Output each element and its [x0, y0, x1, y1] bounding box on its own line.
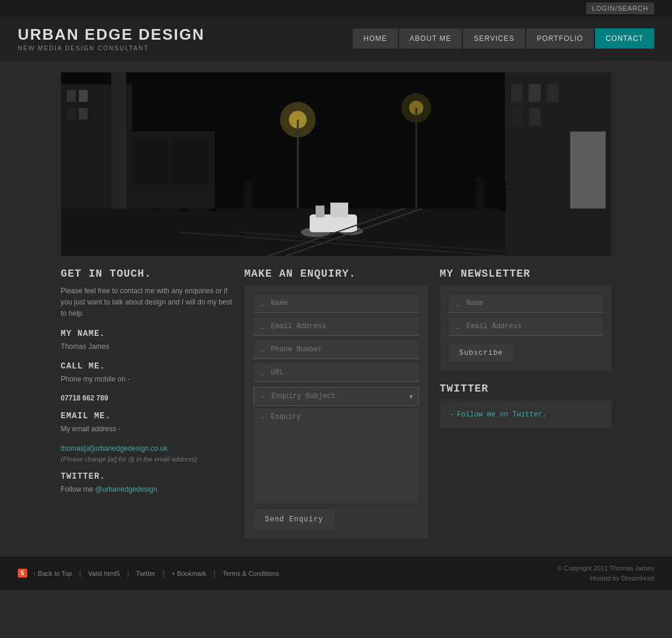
back-to-top-link[interactable]: ↑ Back to Top	[33, 570, 72, 577]
svg-rect-21	[529, 108, 541, 126]
newsletter-name-arrow-icon: →	[455, 302, 461, 309]
phone-number: 07718 662 789	[61, 394, 233, 402]
svg-rect-4	[67, 108, 76, 120]
phone-arrow-icon: →	[259, 348, 266, 355]
twitter-follow-prefix: Follow me	[61, 485, 95, 493]
hero-image	[61, 72, 612, 256]
top-bar: LOGIN/SEARCH	[0, 0, 672, 17]
nav-about[interactable]: ABOUT ME	[399, 28, 462, 49]
newsletter-name-wrapper: →	[449, 294, 603, 315]
email-link[interactable]: thomas[at]urbanedgedesign.co.uk	[61, 444, 168, 453]
nav-services[interactable]: SERVICES	[463, 28, 525, 49]
logo-subtitle: NEW MEDIA DESIGN CONSULTANT	[18, 45, 205, 52]
footer-sep-4: |	[214, 569, 216, 578]
twitter-title: TWITTER.	[61, 472, 233, 481]
twitter-box: → Follow me on Twitter.	[440, 400, 612, 428]
svg-rect-18	[529, 84, 541, 102]
footer-sep-3: |	[162, 569, 164, 578]
svg-rect-22	[570, 132, 606, 209]
valid-html5-link[interactable]: Valid html5	[88, 570, 120, 577]
footer-right: © Copyright 2011 Thomas James Hosted by …	[557, 563, 654, 583]
twitter-handle-link[interactable]: @urbanedgedesign	[95, 485, 157, 493]
newsletter-section: MY NEWSLETTER → → Subscribe TWITTER → Fo…	[440, 268, 612, 428]
footer-sep-1: |	[79, 569, 81, 578]
nav-portfolio[interactable]: PORTFOLIO	[526, 28, 594, 49]
header: URBAN EDGE DESIGN NEW MEDIA DESIGN CONSU…	[0, 17, 672, 60]
hosted-text: Hosted by DreamHost	[557, 573, 654, 584]
newsletter-title: MY NEWSLETTER	[440, 268, 612, 280]
newsletter-email-arrow-icon: →	[455, 325, 461, 332]
newsletter-name-input[interactable]	[449, 294, 603, 313]
email-me-title: EMAIL ME.	[61, 411, 233, 421]
nav-contact[interactable]: CONTACT	[595, 28, 654, 49]
url-arrow-icon: →	[259, 371, 266, 378]
call-prefix: Phone my mobile on -	[61, 374, 233, 385]
main-nav: HOME ABOUT ME SERVICES PORTFOLIO CONTACT	[353, 28, 654, 49]
subject-select[interactable]: Enquiry Subject General Enquiry Web Desi…	[253, 387, 419, 406]
terms-link[interactable]: Terms & Conditions	[223, 570, 279, 577]
send-enquiry-button[interactable]: Send Enquiry	[253, 509, 335, 530]
name-input[interactable]	[253, 294, 419, 313]
nav-home[interactable]: HOME	[353, 28, 398, 49]
email-input[interactable]	[253, 318, 419, 336]
svg-rect-5	[79, 108, 88, 120]
svg-rect-36	[475, 185, 484, 210]
svg-rect-2	[67, 90, 76, 102]
svg-rect-17	[511, 84, 523, 102]
name-value: Thomas James	[61, 341, 233, 352]
logo-title: URBAN EDGE DESIGN	[18, 25, 205, 44]
get-in-touch-title: GET IN TOUCH.	[61, 268, 233, 280]
my-name-title: MY NAME.	[61, 329, 233, 338]
html5-badge: 5	[18, 569, 27, 578]
newsletter-box: → → Subscribe	[440, 286, 612, 371]
phone-input-wrapper: →	[253, 341, 419, 361]
subject-select-wrapper: → Enquiry Subject General Enquiry Web De…	[253, 387, 419, 406]
name-arrow-icon: →	[259, 302, 266, 309]
email-input-wrapper: →	[253, 318, 419, 338]
phone-input[interactable]	[253, 341, 419, 359]
call-me-title: CALL ME.	[61, 361, 233, 371]
footer-sep-2: |	[127, 569, 128, 578]
twitter-text: Follow me @urbanedgedesign	[61, 484, 233, 495]
footer-left: 5 ↑ Back to Top | Valid html5 | Twitter …	[18, 569, 279, 578]
svg-rect-19	[546, 84, 558, 102]
enquiry-section: MAKE AN ENQUIRY. → → → → → Enquiry Su	[245, 268, 428, 538]
copyright-text: © Copyright 2011 Thomas James	[557, 563, 654, 573]
newsletter-email-input[interactable]	[449, 318, 603, 336]
name-input-wrapper: →	[253, 294, 419, 315]
subject-arrow-icon: →	[259, 393, 266, 400]
footer: 5 ↑ Back to Top | Valid html5 | Twitter …	[0, 556, 672, 590]
newsletter-email-wrapper: →	[449, 318, 603, 338]
twitter-footer-link[interactable]: Twitter	[136, 570, 155, 577]
enquiry-form: → → → → → Enquiry Subject General Enquir…	[245, 286, 428, 538]
bookmark-link[interactable]: + Bookmark	[172, 570, 207, 577]
main-content: GET IN TOUCH. Please feel free to contac…	[61, 268, 612, 538]
email-note: (Please change [at] for @ in the email a…	[61, 456, 233, 463]
subscribe-button[interactable]: Subscribe	[449, 344, 514, 362]
twitter-follow-link[interactable]: → Follow me on Twitter.	[449, 411, 547, 419]
svg-rect-38	[499, 188, 506, 211]
svg-rect-41	[132, 137, 168, 185]
email-arrow-icon: →	[259, 325, 266, 332]
enquiry-textarea-wrapper: →	[253, 408, 419, 505]
contact-info: GET IN TOUCH. Please feel free to contac…	[61, 268, 233, 504]
enquiry-title: MAKE AN ENQUIRY.	[245, 268, 428, 280]
svg-rect-27	[330, 203, 348, 217]
svg-rect-42	[173, 137, 209, 185]
svg-rect-3	[79, 90, 88, 102]
email-prefix: My email address -	[61, 424, 233, 435]
login-search-button[interactable]: LOGIN/SEARCH	[586, 2, 654, 14]
twitter-section-title: TWITTER	[440, 383, 612, 395]
svg-point-39	[499, 180, 506, 187]
svg-point-35	[245, 180, 252, 187]
svg-point-37	[475, 177, 484, 185]
svg-rect-34	[245, 188, 252, 210]
url-input[interactable]	[253, 364, 419, 382]
url-input-wrapper: →	[253, 364, 419, 384]
enquiry-textarea[interactable]	[253, 408, 419, 503]
enquiry-arrow-icon: →	[259, 414, 266, 421]
intro-text: Please feel free to contact me with any …	[61, 286, 233, 320]
logo: URBAN EDGE DESIGN NEW MEDIA DESIGN CONSU…	[18, 25, 205, 52]
svg-rect-20	[511, 108, 523, 126]
svg-rect-26	[316, 206, 324, 217]
